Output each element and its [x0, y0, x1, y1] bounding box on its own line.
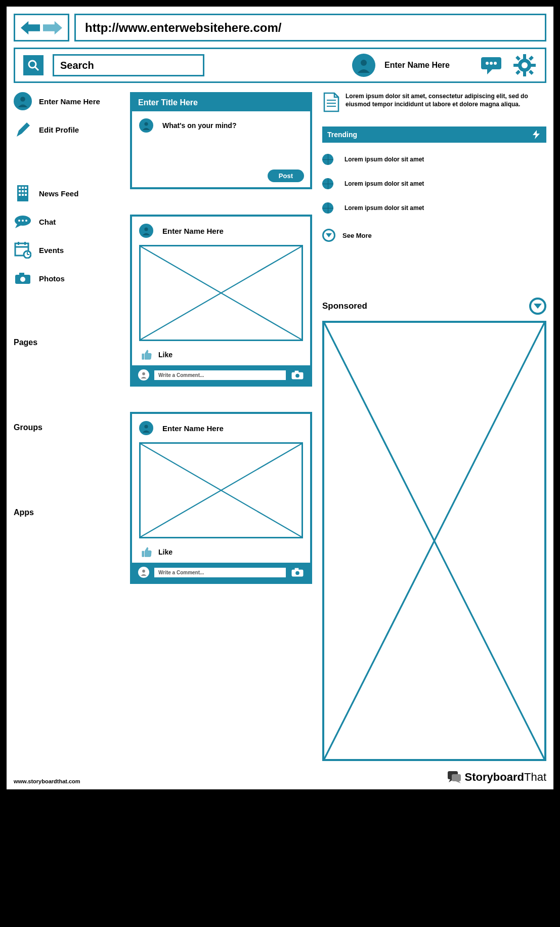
svg-point-49 — [142, 372, 145, 375]
svg-rect-29 — [25, 194, 27, 196]
svg-point-45 — [144, 122, 148, 125]
header-bar: Search Enter Name Here — [14, 48, 546, 83]
svg-point-52 — [295, 374, 299, 378]
sidebar-section-groups[interactable]: Groups — [14, 423, 120, 432]
svg-point-7 — [494, 62, 497, 65]
svg-rect-51 — [295, 371, 299, 373]
svg-point-32 — [18, 220, 20, 222]
trending-item[interactable]: Lorem ipsum dolor sit amet — [322, 202, 546, 214]
camera-icon — [14, 269, 32, 287]
see-more-label: See More — [342, 232, 372, 239]
calendar-clock-icon — [14, 241, 32, 259]
url-bar[interactable]: http://www.enterwebsitehere.com/ — [74, 14, 546, 41]
footer-brand: StoryboardThat — [447, 770, 546, 784]
svg-rect-28 — [22, 194, 24, 196]
svg-point-18 — [20, 97, 25, 102]
comment-avatar-icon — [138, 567, 149, 578]
chat-bubble-icon — [14, 213, 32, 231]
post-author[interactable]: Enter Name Here — [162, 227, 224, 235]
comment-input[interactable]: Write a Comment... — [154, 568, 286, 577]
main-columns: Enter Name Here Edit Profile — [14, 92, 546, 761]
trending-item[interactable]: Lorem ipsum dolor sit amet — [322, 154, 546, 165]
see-more-button[interactable]: See More — [322, 229, 546, 242]
svg-point-44 — [20, 277, 25, 282]
back-arrow-icon[interactable] — [21, 21, 40, 35]
feed-column: Enter Title Here What's on your mind? Po… — [130, 92, 312, 761]
nav-buttons — [14, 14, 69, 41]
sidebar-item-chat[interactable]: Chat — [14, 213, 120, 231]
svg-rect-37 — [18, 242, 19, 245]
post-author[interactable]: Enter Name Here — [162, 424, 224, 433]
svg-point-59 — [295, 571, 299, 575]
sidebar-item-label: Events — [39, 246, 64, 255]
trending-text: Lorem ipsum dolor sit amet — [344, 180, 424, 187]
left-sidebar: Enter Name Here Edit Profile — [14, 92, 120, 761]
svg-point-6 — [490, 62, 493, 65]
post-avatar-icon[interactable] — [139, 421, 153, 435]
like-label: Like — [158, 351, 173, 359]
user-avatar-icon[interactable] — [352, 54, 375, 77]
svg-rect-26 — [25, 190, 27, 192]
info-note: Lorem ipsum dolor sit amet, consectetur … — [322, 92, 546, 112]
attach-photo-icon[interactable] — [291, 369, 304, 381]
search-icon[interactable] — [23, 55, 44, 75]
trending-text: Lorem ipsum dolor sit amet — [344, 204, 424, 212]
search-input[interactable]: Search — [53, 54, 204, 76]
svg-rect-11 — [513, 64, 519, 67]
feed-post: Enter Name Here Like Write a Comment... — [130, 215, 312, 387]
compose-prompt[interactable]: What's on your mind? — [162, 121, 236, 130]
building-icon — [14, 184, 32, 202]
compose-panel: Enter Title Here What's on your mind? Po… — [130, 92, 312, 189]
sidebar-item-events[interactable]: Events — [14, 241, 120, 259]
svg-marker-63 — [533, 130, 540, 139]
comment-input[interactable]: Write a Comment... — [154, 370, 286, 380]
sidebar-item-newsfeed[interactable]: News Feed — [14, 184, 120, 202]
collapse-icon[interactable] — [529, 298, 546, 315]
svg-point-46 — [144, 227, 148, 231]
post-avatar-icon[interactable] — [139, 224, 153, 238]
settings-gear-icon[interactable] — [512, 53, 537, 77]
svg-point-53 — [144, 425, 148, 428]
profile-avatar-icon — [14, 92, 32, 110]
sidebar-section-pages[interactable]: Pages — [14, 338, 120, 347]
like-button[interactable]: Like — [132, 346, 310, 365]
like-button[interactable]: Like — [132, 543, 310, 563]
sidebar-edit-profile[interactable]: Edit Profile — [14, 120, 120, 139]
svg-rect-16 — [529, 70, 534, 75]
trending-item[interactable]: Lorem ipsum dolor sit amet — [322, 178, 546, 189]
svg-rect-13 — [515, 56, 521, 61]
svg-rect-23 — [25, 187, 27, 189]
browser-frame: http://www.enterwebsitehere.com/ Search … — [5, 5, 555, 791]
svg-rect-27 — [19, 194, 21, 196]
chevron-down-icon — [322, 229, 335, 242]
svg-point-17 — [522, 62, 528, 68]
sponsored-placeholder — [322, 321, 546, 761]
sidebar-item-label: Chat — [39, 218, 56, 226]
address-row: http://www.enterwebsitehere.com/ — [14, 14, 546, 41]
svg-marker-19 — [17, 122, 30, 137]
header-user-name: Enter Name Here — [384, 61, 450, 70]
image-placeholder — [139, 442, 303, 538]
globe-icon — [322, 202, 333, 214]
svg-rect-10 — [523, 71, 526, 76]
post-button[interactable]: Post — [268, 170, 304, 182]
footer-url: www.storyboardthat.com — [14, 778, 80, 784]
comment-bar: Write a Comment... — [132, 365, 310, 385]
feed-post: Enter Name Here Like Write a Comment... — [130, 412, 312, 584]
sidebar-section-apps[interactable]: Apps — [14, 508, 120, 517]
trending-title: Trending — [327, 131, 357, 139]
sidebar-item-photos[interactable]: Photos — [14, 269, 120, 287]
note-text: Lorem ipsum dolor sit amet, consectetur … — [346, 92, 546, 112]
forward-arrow-icon[interactable] — [43, 21, 62, 35]
sidebar-item-label: Photos — [39, 274, 65, 283]
footer: www.storyboardthat.com StoryboardThat — [14, 770, 546, 784]
lightning-icon — [531, 130, 541, 140]
sponsored-header: Sponsored — [322, 298, 546, 315]
svg-rect-15 — [515, 70, 521, 75]
attach-photo-icon[interactable] — [291, 567, 304, 578]
right-column: Lorem ipsum dolor sit amet, consectetur … — [322, 92, 546, 761]
storyboard-logo-icon — [447, 770, 462, 784]
sidebar-profile[interactable]: Enter Name Here — [14, 92, 120, 110]
comment-bar: Write a Comment... — [132, 563, 310, 582]
messages-icon[interactable] — [479, 53, 503, 77]
